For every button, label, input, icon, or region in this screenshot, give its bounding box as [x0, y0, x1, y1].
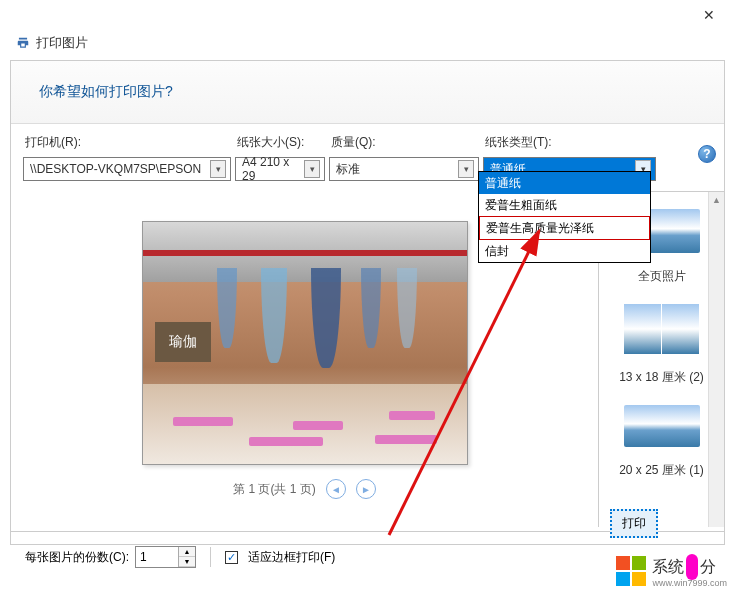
thumbnail-label: 13 x 18 厘米 (2)	[619, 369, 704, 386]
help-icon[interactable]: ?	[698, 145, 716, 163]
dialog-title-row: 打印图片	[0, 30, 735, 60]
quality-label: 质量(Q):	[329, 134, 479, 151]
paper-size-value: A4 210 x 29	[242, 155, 304, 183]
scrollbar[interactable]: ▲	[708, 192, 724, 527]
accent-divider	[686, 554, 698, 580]
separator	[210, 547, 211, 567]
layout-option[interactable]	[623, 301, 701, 357]
title-bar: ✕	[0, 0, 735, 30]
close-button[interactable]: ✕	[695, 3, 723, 27]
print-dialog: ✕ 打印图片 你希望如何打印图片? ? 打印机(R): \\DESKTOP-VK…	[0, 0, 735, 600]
paper-type-label: 纸张类型(T):	[483, 134, 656, 151]
paper-type-option[interactable]: 爱普生粗面纸	[479, 194, 650, 216]
windows-logo-icon	[616, 556, 646, 586]
quality-dropdown[interactable]: 标准 ▾	[329, 157, 479, 181]
chevron-down-icon: ▾	[304, 160, 320, 178]
printer-icon	[16, 36, 30, 50]
thumbnail-image	[662, 304, 699, 354]
pager-text: 第 1 页(共 1 页)	[233, 481, 316, 498]
paper-type-popup: 普通纸 爱普生粗面纸 爱普生高质量光泽纸 信封	[478, 171, 651, 263]
pager: 第 1 页(共 1 页) ◄ ►	[233, 479, 376, 499]
printer-dropdown[interactable]: \\DESKTOP-VKQM7SP\EPSON ▾	[23, 157, 231, 181]
copies-stepper[interactable]: ▲ ▼	[135, 546, 196, 568]
fit-frame-label: 适应边框打印(F)	[248, 549, 335, 566]
paper-size-dropdown[interactable]: A4 210 x 29 ▾	[235, 157, 325, 181]
thumbnail-label: 全页照片	[638, 268, 686, 285]
watermark-url: www.win7999.com	[652, 578, 727, 588]
dialog-title: 打印图片	[36, 34, 88, 52]
printer-label: 打印机(R):	[23, 134, 231, 151]
copies-label: 每张图片的份数(C):	[25, 549, 129, 566]
prev-page-button[interactable]: ◄	[326, 479, 346, 499]
paper-type-option[interactable]: 信封	[479, 240, 650, 262]
watermark-brand: 系统	[652, 557, 684, 578]
quality-value: 标准	[336, 161, 360, 178]
next-page-button[interactable]: ►	[356, 479, 376, 499]
print-button[interactable]: 打印	[610, 509, 658, 538]
copies-input[interactable]	[136, 547, 178, 567]
step-down-icon[interactable]: ▼	[179, 557, 195, 567]
prompt-text: 你希望如何打印图片?	[11, 61, 724, 124]
chevron-down-icon: ▾	[458, 160, 474, 178]
layout-option[interactable]	[623, 402, 701, 450]
thumbnail-image	[624, 304, 661, 354]
watermark: 系统 分 www.win7999.com	[612, 550, 731, 592]
thumbnail-image	[624, 405, 700, 447]
paper-type-option[interactable]: 普通纸	[479, 172, 650, 194]
watermark-brand: 分	[700, 557, 716, 578]
fit-checkbox[interactable]: ✓	[225, 551, 238, 564]
dialog-body: 你希望如何打印图片? ? 打印机(R): \\DESKTOP-VKQM7SP\E…	[10, 60, 725, 545]
chevron-down-icon: ▾	[210, 160, 226, 178]
thumbnail-label: 20 x 25 厘米 (1)	[619, 462, 704, 479]
printer-value: \\DESKTOP-VKQM7SP\EPSON	[30, 162, 201, 176]
paper-size-label: 纸张大小(S):	[235, 134, 325, 151]
step-up-icon[interactable]: ▲	[179, 547, 195, 557]
yoga-sign: 瑜伽	[155, 322, 211, 362]
paper-type-option[interactable]: 爱普生高质量光泽纸	[479, 216, 650, 240]
preview-image: 瑜伽	[142, 221, 468, 465]
